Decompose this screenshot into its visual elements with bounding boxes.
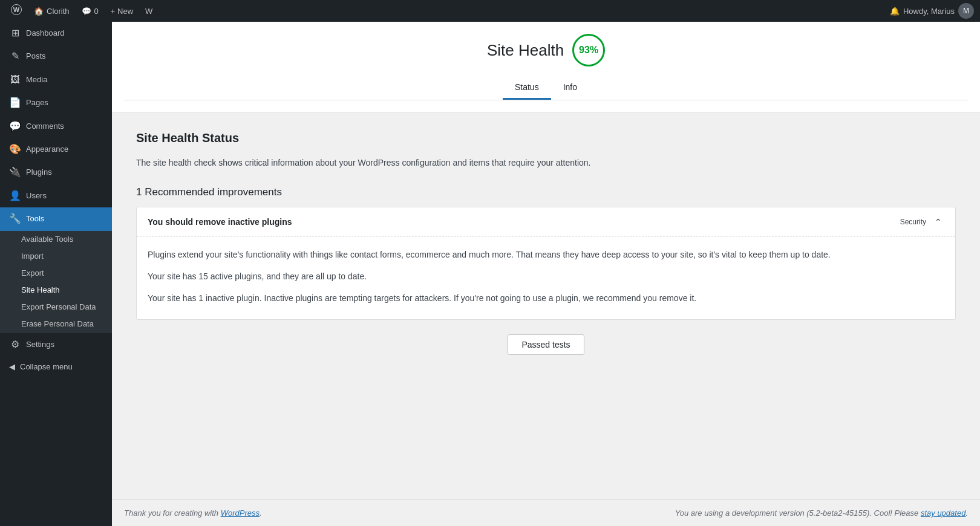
submenu-site-health[interactable]: Site Health — [0, 282, 112, 299]
tools-submenu: Available Tools Import Export Site Healt… — [0, 231, 112, 333]
comments-menu[interactable]: 💬 0 — [77, 0, 103, 22]
wp-footer: Thank you for creating with WordPress. Y… — [112, 499, 980, 526]
users-icon: 👤 — [9, 189, 21, 203]
site-health-header: Site Health 93% Status Info — [112, 22, 980, 113]
submenu-label: Available Tools — [21, 234, 73, 245]
wp-logo-icon: W — [11, 4, 22, 18]
howdy-label: Howdy, Marius — [903, 7, 955, 16]
issue-card-header[interactable]: You should remove inactive plugins Secur… — [137, 207, 955, 237]
sidebar-item-label: Pages — [26, 97, 48, 108]
sidebar-item-comments[interactable]: 💬 Comments — [0, 115, 112, 138]
submenu-label: Site Health — [21, 285, 60, 296]
admin-menu: ⊞ Dashboard ✎ Posts 🖼 Media 📄 Pa — [0, 22, 112, 356]
bell-icon: 🔔 — [890, 7, 900, 16]
sidebar-item-users[interactable]: 👤 Users — [0, 184, 112, 207]
comments-count: 0 — [94, 7, 99, 16]
footer-right: You are using a development version (5.2… — [675, 508, 968, 518]
passed-tests-row: Passed tests — [136, 334, 956, 355]
sidebar-item-label: Dashboard — [26, 28, 65, 39]
site-health-tabs: Status Info — [124, 76, 968, 100]
submenu-available-tools[interactable]: Available Tools — [0, 231, 112, 248]
sidebar-item-posts[interactable]: ✎ Posts — [0, 45, 112, 68]
tab-info[interactable]: Info — [551, 76, 589, 100]
settings-icon: ⚙ — [9, 338, 21, 351]
submenu-label: Export Personal Data — [21, 302, 96, 313]
posts-icon: ✎ — [9, 50, 21, 63]
sidebar-item-label: Tools — [26, 213, 44, 224]
tools-icon: 🔧 — [9, 212, 21, 226]
new-content-menu[interactable]: + New — [106, 0, 138, 22]
status-description: The site health check shows critical inf… — [136, 156, 956, 169]
submenu-import[interactable]: Import — [0, 248, 112, 265]
sidebar-item-settings[interactable]: ⚙ Settings — [0, 333, 112, 356]
tab-status[interactable]: Status — [503, 76, 551, 100]
chevron-up-icon[interactable]: ⌃ — [932, 216, 944, 228]
issue-card-body: Plugins extend your site's functionality… — [137, 237, 955, 319]
appearance-icon: 🎨 — [9, 143, 21, 156]
footer-wp-link[interactable]: WordPress — [221, 508, 260, 518]
comments-icon: 💬 — [9, 120, 21, 133]
sidebar-item-label: Media — [26, 74, 47, 85]
submenu-export-personal-data[interactable]: Export Personal Data — [0, 299, 112, 316]
submenu-label: Import — [21, 251, 44, 262]
avatar: M — [958, 3, 974, 19]
admin-bar: W 🏠 Clorith 💬 0 + New W 🔔 Howdy, Marius … — [0, 0, 980, 22]
collapse-menu-button[interactable]: ◀ Collapse menu — [0, 356, 112, 377]
sidebar-item-pages[interactable]: 📄 Pages — [0, 91, 112, 114]
sidebar-item-label: Posts — [26, 51, 46, 62]
site-name-menu[interactable]: 🏠 Clorith — [29, 0, 74, 22]
collapse-icon: ◀ — [9, 362, 15, 371]
plugins-icon: 🔌 — [9, 166, 21, 179]
sidebar: ⊞ Dashboard ✎ Posts 🖼 Media 📄 Pa — [0, 22, 112, 526]
customize-w-icon: W — [145, 7, 152, 16]
sidebar-item-label: Plugins — [26, 167, 52, 178]
status-heading: Site Health Status — [136, 131, 956, 145]
submenu-label: Export — [21, 268, 44, 279]
dashboard-icon: ⊞ — [9, 27, 21, 40]
howdy-menu[interactable]: Howdy, Marius M — [903, 3, 974, 19]
svg-text:W: W — [13, 6, 20, 13]
sidebar-item-plugins[interactable]: 🔌 Plugins — [0, 161, 112, 184]
issue-body-line-3: Your site has 1 inactive plugin. Inactiv… — [148, 291, 944, 306]
customize-icon-menu[interactable]: W — [140, 0, 157, 22]
page-title: Site Health — [487, 41, 564, 60]
main-content: Site Health 93% Status Info Site Health … — [112, 22, 980, 526]
issue-badge: Security — [900, 218, 926, 226]
home-icon: 🏠 — [34, 7, 44, 16]
wp-logo-menu[interactable]: W — [6, 0, 27, 22]
new-content-label: + New — [111, 7, 133, 16]
issue-card: You should remove inactive plugins Secur… — [136, 207, 956, 319]
submenu-export[interactable]: Export — [0, 265, 112, 282]
footer-period: . — [260, 508, 262, 518]
passed-tests-button[interactable]: Passed tests — [508, 334, 584, 355]
issue-meta: Security ⌃ — [900, 216, 944, 228]
submenu-erase-personal-data[interactable]: Erase Personal Data — [0, 316, 112, 333]
sidebar-item-appearance[interactable]: 🎨 Appearance — [0, 138, 112, 161]
comments-icon: 💬 — [82, 7, 91, 16]
collapse-label: Collapse menu — [20, 362, 73, 371]
submenu-label: Erase Personal Data — [21, 319, 94, 330]
health-score-circle: 93% — [572, 34, 605, 67]
site-health-content: Site Health Status The site health check… — [112, 113, 980, 499]
sidebar-item-tools[interactable]: 🔧 Tools Available Tools Import Export Si… — [0, 207, 112, 333]
adminbar-right: 🔔 Howdy, Marius M — [890, 3, 974, 19]
issue-body-line-2: Your site has 15 active plugins, and the… — [148, 270, 944, 284]
health-score-value: 93% — [579, 45, 598, 56]
footer-stay-updated-link[interactable]: stay updated — [921, 508, 965, 518]
issue-body-line-1: Plugins extend your site's functionality… — [148, 248, 944, 262]
footer-left: Thank you for creating with WordPress. — [124, 508, 262, 518]
footer-version-text: You are using a development version (5.2… — [675, 508, 919, 518]
footer-thank-you: Thank you for creating with — [124, 508, 218, 518]
sidebar-item-media[interactable]: 🖼 Media — [0, 68, 112, 91]
improvements-heading: 1 Recommended improvements — [136, 186, 956, 198]
pages-icon: 📄 — [9, 96, 21, 109]
issue-title: You should remove inactive plugins — [148, 217, 292, 227]
sidebar-item-label: Users — [26, 190, 47, 201]
media-icon: 🖼 — [9, 73, 21, 86]
site-name-label: Clorith — [47, 7, 70, 16]
sidebar-item-label: Comments — [26, 121, 64, 132]
sidebar-item-label: Settings — [26, 339, 54, 350]
sidebar-item-dashboard[interactable]: ⊞ Dashboard — [0, 22, 112, 45]
sidebar-item-label: Appearance — [26, 144, 68, 155]
